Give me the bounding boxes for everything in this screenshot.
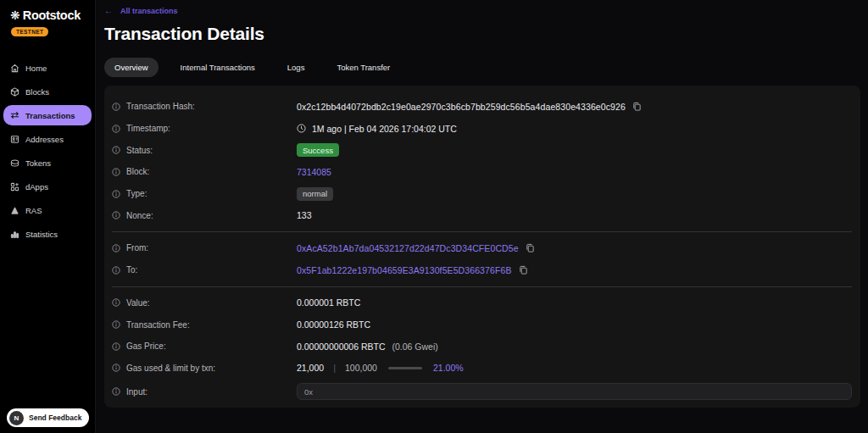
- row-to: To: 0x5F1ab1222e197b04659E3A9130f5E5D366…: [112, 259, 852, 281]
- blocks-icon: [10, 87, 19, 97]
- row-transaction-fee: Transaction Fee: 0.00000126 RBTC: [112, 314, 852, 336]
- transaction-fee-label: Transaction Fee:: [112, 320, 297, 330]
- row-type: Type: normal: [112, 183, 852, 205]
- info-icon: [112, 103, 120, 111]
- network-badge: TESTNET: [11, 27, 48, 36]
- sidebar-item-label: Blocks: [25, 87, 49, 97]
- sidebar-item-ras[interactable]: RAS: [3, 200, 92, 220]
- row-status: Status: Success: [112, 139, 852, 161]
- info-icon: [112, 320, 120, 329]
- from-label: From:: [112, 243, 297, 253]
- back-arrow-icon: ←: [104, 6, 113, 15]
- copy-icon[interactable]: [632, 102, 642, 111]
- row-gas-used-limit: Gas used & limit by txn: 21,000 | 100,00…: [112, 358, 852, 380]
- timestamp-label: Timestamp:: [112, 124, 297, 133]
- gas-separator: |: [333, 363, 336, 373]
- value-label: Value:: [112, 298, 297, 308]
- sidebar-item-label: RAS: [25, 206, 42, 215]
- sidebar-item-label: Transactions: [25, 111, 75, 120]
- gas-percent-value: 21.00%: [433, 363, 464, 373]
- tab-overview[interactable]: Overview: [104, 58, 159, 77]
- feedback-avatar: N: [9, 411, 24, 425]
- nonce-value: 133: [297, 210, 312, 220]
- dapps-icon: [10, 182, 19, 192]
- back-to-all-transactions-link[interactable]: ← All transactions: [104, 6, 178, 15]
- row-block: Block: 7314085: [112, 161, 852, 183]
- tab-logs[interactable]: Logs: [277, 58, 315, 77]
- info-icon: [112, 168, 120, 176]
- sidebar-item-statistics[interactable]: Statistics: [3, 224, 92, 244]
- sidebar-item-label: Tokens: [25, 158, 51, 168]
- to-address-link[interactable]: 0x5F1ab1222e197b04659E3A9130f5E5D366376F…: [297, 265, 512, 275]
- info-icon: [112, 298, 120, 307]
- info-icon: [112, 244, 120, 253]
- input-label: Input:: [112, 387, 297, 397]
- info-icon: [112, 342, 120, 351]
- gas-progress-bar: [388, 367, 422, 369]
- info-icon: [112, 190, 120, 198]
- addresses-icon: [10, 135, 19, 144]
- copy-icon[interactable]: [526, 243, 535, 253]
- info-icon: [112, 146, 120, 154]
- sidebar-item-transactions[interactable]: Transactions: [3, 105, 92, 125]
- gas-price-gwei: (0.06 Gwei): [392, 341, 438, 352]
- row-nonce: Nonce: 133: [112, 204, 852, 226]
- section-divider: [112, 231, 852, 232]
- tokens-icon: [10, 158, 19, 168]
- gas-price-value: 0.00000000006 RBTC: [297, 341, 386, 352]
- nonce-label: Nonce:: [112, 211, 297, 220]
- sidebar-item-dapps[interactable]: dApps: [3, 176, 92, 197]
- send-feedback-button[interactable]: N Send Feedback: [7, 408, 89, 427]
- info-icon: [112, 211, 120, 219]
- transaction-hash-value: 0x2c12bb4d4072bdb2c19e0ae2970c3b6cb7bb25…: [297, 102, 626, 112]
- transaction-details-card: Transaction Hash: 0x2c12bb4d4072bdb2c19e…: [104, 86, 860, 408]
- transactions-icon: [10, 111, 19, 120]
- clock-icon: [297, 124, 306, 133]
- info-icon: [112, 266, 120, 275]
- app-root: ❋ Rootstock TESTNET Home Blocks: [0, 0, 868, 433]
- home-icon: [10, 64, 19, 73]
- status-label: Status:: [112, 146, 297, 155]
- row-timestamp: Timestamp: 1M ago | Feb 04 2026 17:04:02…: [112, 118, 852, 140]
- row-gas-price: Gas Price: 0.00000000006 RBTC (0.06 Gwei…: [112, 336, 852, 358]
- row-input: Input: 0x: [112, 379, 852, 404]
- block-label: Block:: [112, 167, 297, 176]
- section-divider: [112, 286, 852, 287]
- value-amount: 0.000001 RBTC: [297, 297, 360, 308]
- sidebar-item-label: Home: [25, 64, 47, 73]
- logo[interactable]: ❋ Rootstock TESTNET: [0, 0, 95, 37]
- row-transaction-hash: Transaction Hash: 0x2c12bb4d4072bdb2c19e…: [112, 96, 852, 118]
- row-from: From: 0xAcA52b1Ab7da04532127d22d47Dc3D34…: [112, 237, 852, 259]
- tab-token-transfer[interactable]: Token Transfer: [326, 58, 400, 77]
- block-number-link[interactable]: 7314085: [297, 167, 331, 177]
- feedback-label: Send Feedback: [29, 414, 81, 422]
- transaction-fee-value: 0.00000126 RBTC: [297, 319, 370, 330]
- rootstock-logo-icon: ❋: [10, 9, 20, 21]
- sidebar-item-home[interactable]: Home: [3, 58, 92, 78]
- tab-internal-transactions[interactable]: Internal Transactions: [170, 58, 265, 77]
- back-link-label: All transactions: [120, 7, 178, 15]
- from-address-link[interactable]: 0xAcA52b1Ab7da04532127d22d47Dc3D34CFE0CD…: [297, 243, 519, 253]
- type-label: Type:: [112, 189, 297, 198]
- sidebar-item-addresses[interactable]: Addresses: [3, 129, 92, 149]
- sidebar: ❋ Rootstock TESTNET Home Blocks: [0, 0, 96, 433]
- sidebar-item-label: dApps: [25, 182, 48, 192]
- to-label: To:: [112, 265, 297, 275]
- gas-price-label: Gas Price:: [112, 341, 297, 351]
- info-icon: [112, 387, 120, 396]
- sidebar-item-tokens[interactable]: Tokens: [3, 153, 92, 173]
- sidebar-item-label: Addresses: [25, 135, 64, 144]
- statistics-icon: [10, 230, 19, 239]
- copy-icon[interactable]: [519, 265, 528, 275]
- transaction-hash-label: Transaction Hash:: [112, 102, 297, 111]
- sidebar-item-blocks[interactable]: Blocks: [3, 81, 92, 102]
- info-icon: [112, 125, 120, 133]
- page-title: Transaction Details: [104, 24, 860, 44]
- sidebar-item-label: Statistics: [25, 230, 58, 239]
- logo-text: Rootstock: [23, 8, 81, 22]
- row-value: Value: 0.000001 RBTC: [112, 292, 852, 314]
- timestamp-value: 1M ago | Feb 04 2026 17:04:02 UTC: [312, 124, 457, 134]
- ras-icon: [10, 206, 19, 215]
- tab-bar: Overview Internal Transactions Logs Toke…: [104, 58, 860, 77]
- input-data-field[interactable]: 0x: [297, 383, 852, 400]
